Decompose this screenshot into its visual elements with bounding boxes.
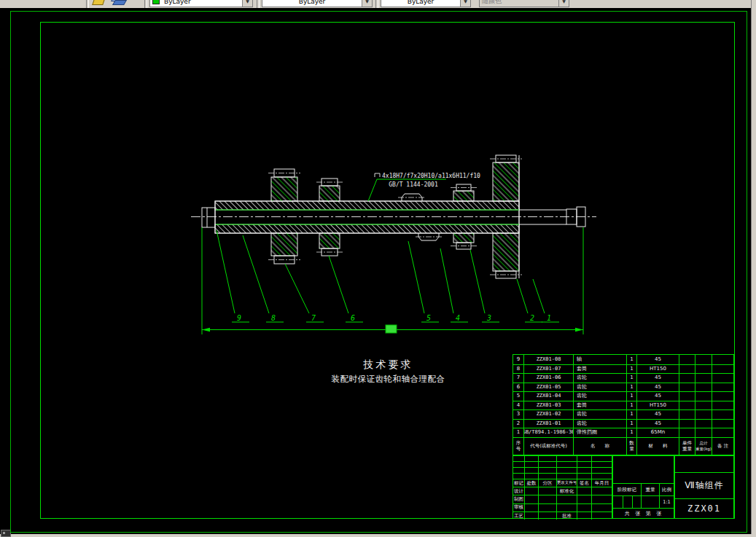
part-no: 6 xyxy=(513,383,523,392)
color-value: ByLayer xyxy=(162,0,242,5)
scale-value: 1:1 xyxy=(659,496,674,508)
part-material: 45 xyxy=(636,392,679,401)
part-code: ZZX01-05 xyxy=(523,383,573,392)
check-label: 审核 xyxy=(513,504,524,511)
part-name: 套筒 xyxy=(573,401,626,410)
revision-blank-rows xyxy=(513,455,612,479)
part-qty: 1 xyxy=(626,365,636,374)
layer-tool-1-icon xyxy=(92,0,106,5)
part-material: 45 xyxy=(636,374,679,383)
part-qty: 1 xyxy=(626,420,636,428)
process-label: 工艺 xyxy=(513,512,524,520)
parts-row: 5 ZZX01-04 齿轮 1 45 xyxy=(513,391,733,401)
part-name: 齿轮 xyxy=(573,392,626,401)
part-no: 5 xyxy=(513,392,523,401)
part-material: 45 xyxy=(636,420,679,428)
part-material: 45 xyxy=(636,355,679,364)
header-code: 代号(或标准代号) xyxy=(523,438,573,455)
part-no: 3 xyxy=(513,410,523,419)
header-material: 材 料 xyxy=(636,438,679,455)
part-material: HT150 xyxy=(636,365,679,374)
part-qty: 1 xyxy=(626,374,636,383)
part-no: 7 xyxy=(513,374,523,383)
part-no: 4 xyxy=(513,401,523,410)
part-material: 45 xyxy=(636,383,679,392)
parts-row: 1 GB/T894.1-1986-30 弹性挡圈 1 65Mn xyxy=(513,428,733,437)
part-no: 8 xyxy=(513,365,523,374)
part-qty: 1 xyxy=(626,383,636,392)
part-no: 2 xyxy=(513,420,523,428)
title-block-right: Ⅶ轴组件 ZZX01 xyxy=(674,455,734,519)
part-code: GB/T894.1-1986-30 xyxy=(523,428,573,437)
chevron-down-icon[interactable]: ▼ xyxy=(362,0,372,7)
cad-window: ByLayer ▼ ByLayer ▼ ByLayer ▼ 随颜色 ▼ xyxy=(0,0,756,537)
layer-tool-1-button[interactable] xyxy=(91,0,107,7)
part-qty: 1 xyxy=(626,355,636,364)
design-label: 设计 xyxy=(513,487,524,495)
sheet-info: 共 张 第 张 xyxy=(613,508,674,518)
header-remark: 备 注 xyxy=(712,438,733,455)
drawing-number: ZZX01 xyxy=(675,498,733,518)
weight-label: 重量 xyxy=(641,484,659,495)
part-material: 65Mn xyxy=(636,428,679,437)
parts-row: 6 ZZX01-05 齿轮 1 45 xyxy=(513,383,733,392)
color-control-combo[interactable]: ByLayer ▼ xyxy=(149,0,253,7)
assembly-title: Ⅶ轴组件 xyxy=(675,472,733,498)
part-no: 9 xyxy=(513,355,523,364)
part-qty: 1 xyxy=(626,428,636,437)
part-no: 1 xyxy=(513,428,523,437)
bottom-left-icon xyxy=(1,530,11,537)
parts-row: 8 ZZX01-07 套筒 1 HT150 xyxy=(513,364,733,374)
part-code: ZZX01-02 xyxy=(523,410,573,419)
scale-label: 比例 xyxy=(659,484,674,495)
part-name: 齿轮 xyxy=(573,383,626,392)
approve-label: 批准 xyxy=(556,512,577,520)
header-name: 名 称 xyxy=(573,438,626,455)
part-name: 齿轮 xyxy=(573,374,626,383)
part-name: 齿轮 xyxy=(573,420,626,428)
chevron-down-icon: ▼ xyxy=(558,0,569,7)
linetype-value: ByLayer xyxy=(262,0,362,5)
parts-row: 4 ZZX01-03 套筒 1 HT150 xyxy=(513,401,733,410)
parts-table: 9 ZZX01-08 轴 1 45 8 ZZX01-07 套筒 1 HT150 … xyxy=(513,354,734,456)
title-block-middle: 阶段标记 重量 比例 1:1 共 张 第 张 xyxy=(612,455,674,519)
draft-label: 制图 xyxy=(513,495,524,503)
part-qty: 1 xyxy=(626,392,636,401)
chevron-down-icon[interactable]: ▼ xyxy=(460,0,470,7)
layers-tool-2-button[interactable] xyxy=(111,0,127,7)
stage-mark-label: 阶段标记 xyxy=(613,484,641,495)
part-name: 套筒 xyxy=(573,365,626,374)
revision-header-row: 标记 处数 分区 更改文件号 签名 年月日 xyxy=(513,479,612,487)
color-swatch xyxy=(152,0,160,4)
part-code: ZZX01-08 xyxy=(523,355,573,364)
lineweight-value: ByLayer xyxy=(381,0,460,5)
part-material: HT150 xyxy=(636,401,679,410)
part-code: ZZX01-07 xyxy=(523,365,573,374)
linetype-control-combo[interactable]: ByLayer ▼ xyxy=(262,0,373,7)
part-code: ZZX01-01 xyxy=(523,420,573,428)
parts-row: 3 ZZX01-02 齿轮 1 45 xyxy=(513,409,733,419)
standardization-label: 标准化 xyxy=(556,487,577,495)
tech-req-line: 装配时保证齿轮和轴合理配合 xyxy=(310,374,467,385)
title-block-signatures: 标记 处数 分区 更改文件号 签名 年月日 设计 标准化 制图 审核 工艺 批准 xyxy=(513,455,612,519)
part-code: ZZX01-04 xyxy=(523,392,573,401)
window-bottom-edge xyxy=(0,534,756,537)
part-material: 45 xyxy=(636,410,679,419)
part-code: ZZX01-03 xyxy=(523,401,573,410)
plotstyle-value: 随颜色 xyxy=(480,0,558,6)
parts-row: 7 ZZX01-06 齿轮 1 45 xyxy=(513,373,733,383)
parts-row: 9 ZZX01-08 轴 1 45 xyxy=(513,355,733,364)
window-right-edge xyxy=(751,0,756,537)
parts-header-row: 序号 代号(或标准代号) 名 称 数量 材 料 单件重量 总计重量(kg) 备 … xyxy=(513,437,733,455)
part-name: 齿轮 xyxy=(573,410,626,419)
lineweight-control-combo[interactable]: ByLayer ▼ xyxy=(381,0,471,7)
part-name: 轴 xyxy=(573,355,626,364)
part-qty: 1 xyxy=(626,410,636,419)
part-code: ZZX01-06 xyxy=(523,374,573,383)
chevron-down-icon[interactable]: ▼ xyxy=(242,0,252,7)
plotstyle-control-combo: 随颜色 ▼ xyxy=(479,0,569,7)
layers-icon-2 xyxy=(112,0,127,5)
parts-row: 2 ZZX01-01 齿轮 1 45 xyxy=(513,419,733,428)
part-name: 弹性挡圈 xyxy=(573,428,626,437)
tech-req-title: 技术要求 xyxy=(310,358,467,372)
